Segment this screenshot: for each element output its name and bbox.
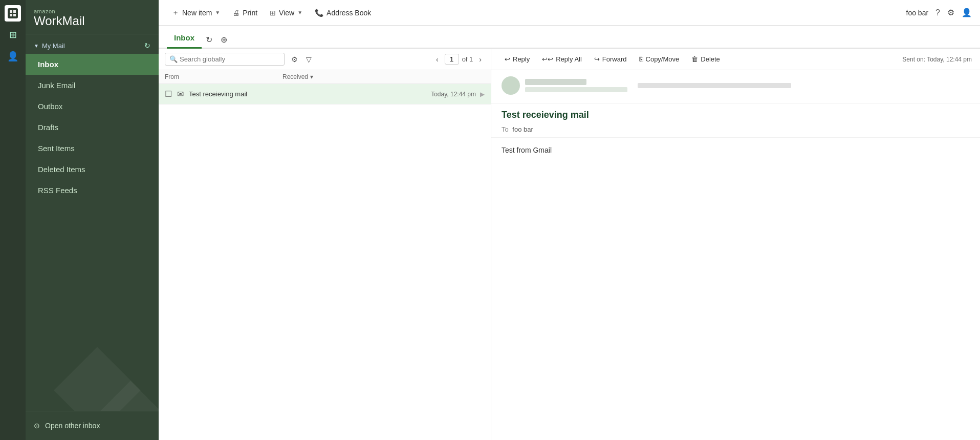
- view-label: View: [279, 9, 294, 17]
- received-header[interactable]: Received ▾: [282, 73, 485, 80]
- email-body: Test from Gmail: [491, 138, 980, 162]
- preview-to: To foo bar: [491, 123, 980, 138]
- email-column-headers: From Received ▾: [159, 70, 491, 84]
- table-row[interactable]: ☐ ✉ Test receieving mail Today, 12:44 pm…: [159, 84, 491, 104]
- sidebar-item-outbox[interactable]: Outbox: [26, 96, 159, 117]
- copy-move-button[interactable]: ⎘ Copy/Move: [634, 53, 685, 66]
- page-total: of 1: [462, 55, 473, 63]
- delete-icon: 🗑: [691, 55, 698, 63]
- search-container: 🔍: [165, 53, 285, 66]
- extra-info-blurred: [638, 83, 791, 88]
- brand-workmail: WorkMail: [34, 14, 150, 28]
- new-item-label: New item: [182, 9, 212, 17]
- reply-all-icon: ↩↩: [542, 55, 553, 63]
- user-profile-icon[interactable]: 👤: [962, 8, 972, 17]
- refresh-icon[interactable]: ↻: [144, 41, 150, 50]
- print-label: Print: [243, 9, 257, 17]
- toolbar-user: foo bar ? ⚙ 👤: [906, 8, 972, 17]
- sidebar-item-junk[interactable]: Junk Email: [26, 75, 159, 96]
- inbox-icon: ⊙: [34, 422, 40, 430]
- copy-move-icon: ⎘: [639, 55, 643, 63]
- open-other-inbox[interactable]: ⊙ Open other inbox: [34, 420, 150, 432]
- print-icon: 🖨: [232, 9, 239, 17]
- refresh-tab-button[interactable]: ↻: [202, 32, 216, 48]
- address-book-icon: 📞: [315, 9, 323, 17]
- delete-button[interactable]: 🗑 Delete: [686, 53, 725, 66]
- email-list-panel: 🔍 ⚙ ▽ ‹ of 1 ›: [159, 49, 491, 440]
- my-mail-label: My Mail: [42, 42, 65, 50]
- sidebar-item-rss[interactable]: RSS Feeds: [26, 180, 159, 201]
- forward-button[interactable]: ↪ Forward: [589, 53, 632, 66]
- reply-all-button[interactable]: ↩↩ Reply All: [537, 53, 587, 66]
- tab-bar: Inbox ↻ ⊕: [159, 26, 980, 49]
- new-item-button[interactable]: ＋ New item ▼: [167, 5, 225, 20]
- reply-icon: ↩: [505, 55, 510, 63]
- sort-icon: ▾: [310, 73, 313, 80]
- preview-header: [491, 70, 980, 103]
- sender-email-blurred: [525, 87, 627, 92]
- email-checkbox[interactable]: ☐: [165, 89, 172, 99]
- address-book-button[interactable]: 📞 Address Book: [310, 6, 376, 20]
- sidebar-item-drafts[interactable]: Drafts: [26, 117, 159, 138]
- contacts-icon[interactable]: 👤: [5, 48, 21, 65]
- to-label: To: [502, 125, 509, 133]
- svg-rect-0: [8, 8, 18, 18]
- from-header: From: [165, 73, 282, 80]
- email-subject: Test receieving mail: [491, 103, 980, 123]
- filter-settings-icon[interactable]: ⚙: [289, 54, 300, 65]
- forward-icon: ↪: [594, 55, 600, 63]
- sidebar: amazon WorkMail ▼ My Mail ↻ Inbox Junk E…: [26, 0, 159, 440]
- email-envelope-icon: ✉: [177, 89, 184, 99]
- list-toolbar-icons: ⚙ ▽: [289, 54, 314, 65]
- sidebar-item-inbox[interactable]: Inbox: [26, 54, 159, 75]
- preview-avatar-row: [502, 76, 791, 95]
- forward-indicator-icon: ▶: [480, 91, 485, 98]
- page-input[interactable]: [445, 54, 459, 65]
- plus-icon: ＋: [172, 8, 179, 17]
- sidebar-footer: ⊙ Open other inbox: [26, 411, 159, 440]
- sidebar-item-deleted[interactable]: Deleted Items: [26, 159, 159, 180]
- address-book-label: Address Book: [326, 9, 371, 17]
- chevron-down-icon: ▼: [34, 43, 39, 49]
- toolbar: ＋ New item ▼ 🖨 Print ⊞ View ▼ 📞 Address …: [159, 0, 980, 26]
- email-date: Today, 12:44 pm: [431, 91, 476, 98]
- add-tab-button[interactable]: ⊕: [216, 32, 231, 48]
- email-from: Test receieving mail: [189, 90, 291, 98]
- preview-actions: ↩ Reply ↩↩ Reply All ↪ Forward ⎘ Copy/Mo…: [491, 49, 980, 70]
- search-input[interactable]: [180, 55, 280, 63]
- content-area: Inbox ↻ ⊕ 🔍 ⚙ ▽: [159, 26, 980, 440]
- list-toolbar: 🔍 ⚙ ▽ ‹ of 1 ›: [159, 49, 491, 70]
- tab-inbox[interactable]: Inbox: [167, 28, 202, 49]
- brand: amazon WorkMail: [26, 0, 159, 34]
- sidebar-nav: Inbox Junk Email Outbox Drafts Sent Item…: [26, 54, 159, 329]
- sender-avatar: [502, 76, 520, 95]
- filter-icon[interactable]: ▽: [303, 54, 314, 65]
- help-icon[interactable]: ?: [935, 8, 940, 17]
- reply-button[interactable]: ↩ Reply: [499, 53, 535, 66]
- view-button[interactable]: ⊞ View ▼: [265, 6, 308, 20]
- main-area: ＋ New item ▼ 🖨 Print ⊞ View ▼ 📞 Address …: [159, 0, 980, 440]
- to-value: foo bar: [512, 125, 533, 133]
- sender-info: [525, 79, 627, 92]
- email-area: 🔍 ⚙ ▽ ‹ of 1 ›: [159, 49, 980, 440]
- sender-name-blurred: [525, 79, 586, 85]
- next-page-button[interactable]: ›: [476, 54, 485, 65]
- email-preview-panel: ↩ Reply ↩↩ Reply All ↪ Forward ⎘ Copy/Mo…: [491, 49, 980, 440]
- my-mail-header: ▼ My Mail ↻: [26, 34, 159, 54]
- new-item-dropdown-icon: ▼: [215, 10, 220, 15]
- sidebar-item-sent[interactable]: Sent Items: [26, 138, 159, 159]
- inbox-tab-label: Inbox: [174, 33, 194, 42]
- view-icon: ⊞: [270, 9, 276, 17]
- prev-page-button[interactable]: ‹: [433, 54, 442, 65]
- pagination: ‹ of 1 ›: [433, 54, 485, 65]
- preview-sent-date: Sent on: Today, 12:44 pm: [902, 56, 972, 63]
- print-button[interactable]: 🖨 Print: [227, 6, 263, 20]
- my-mail-left: ▼ My Mail: [34, 42, 65, 50]
- grid-icon[interactable]: ⊞: [5, 27, 21, 43]
- app-logo: [5, 5, 21, 22]
- decorative-pattern: [26, 329, 159, 411]
- open-other-inbox-label: Open other inbox: [45, 422, 100, 430]
- search-icon: 🔍: [169, 55, 178, 63]
- settings-icon[interactable]: ⚙: [947, 8, 954, 17]
- username-label: foo bar: [906, 9, 929, 17]
